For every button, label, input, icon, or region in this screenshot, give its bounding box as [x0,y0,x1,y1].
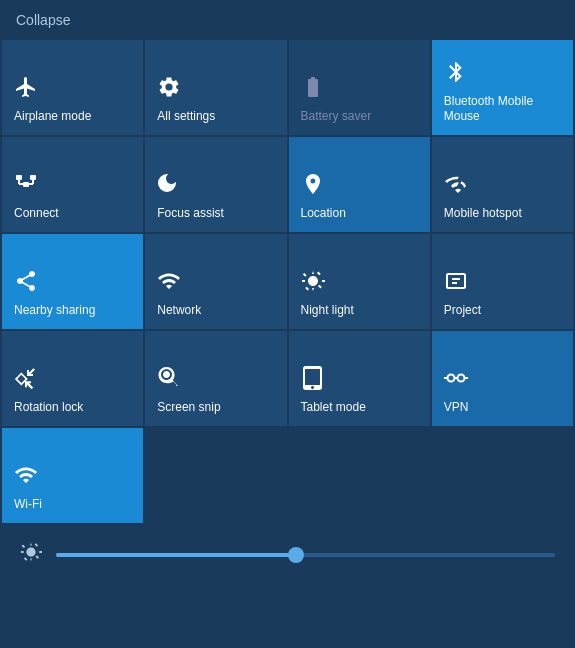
svg-rect-8 [452,282,457,284]
tile-network[interactable]: Network [145,234,286,329]
tile-bluetooth-mouse[interactable]: Bluetooth Mobile Mouse [432,40,573,135]
empty-tile-1 [145,428,286,523]
tile-focus-assist-label: Focus assist [157,206,224,222]
tile-airplane-mode[interactable]: Airplane mode [2,40,143,135]
tile-mobile-hotspot-label: Mobile hotspot [444,206,522,222]
tile-battery-saver[interactable]: Battery saver [289,40,430,135]
tablet-icon [301,366,325,394]
tile-tablet-mode[interactable]: Tablet mode [289,331,430,426]
snip-icon [157,366,181,394]
settings-icon [157,75,181,103]
network-icon [157,269,181,297]
tile-vpn-label: VPN [444,400,469,416]
tiles-grid: Airplane mode All settings Battery saver… [0,40,575,523]
tile-wifi-label: Wi-Fi [14,497,42,513]
tile-project[interactable]: Project [432,234,573,329]
tile-screen-snip[interactable]: Screen snip [145,331,286,426]
tile-bluetooth-mouse-label: Bluetooth Mobile Mouse [444,94,563,125]
moon-icon [157,172,181,200]
collapse-button[interactable]: Collapse [0,0,86,40]
tile-rotation-lock[interactable]: Rotation lock [2,331,143,426]
tile-all-settings[interactable]: All settings [145,40,286,135]
location-icon [301,172,325,200]
tile-connect[interactable]: Connect [2,137,143,232]
airplane-icon [14,75,38,103]
tile-wifi[interactable]: Wi-Fi [2,428,143,523]
connect-icon [14,172,38,200]
tile-connect-label: Connect [14,206,59,222]
tile-battery-saver-label: Battery saver [301,109,372,125]
battery-icon [301,75,325,103]
wifi-icon [14,463,38,491]
svg-rect-0 [16,175,22,180]
tile-mobile-hotspot[interactable]: Mobile hotspot [432,137,573,232]
empty-tile-3 [432,428,573,523]
brightness-icon [20,541,42,568]
tile-screen-snip-label: Screen snip [157,400,220,416]
tile-airplane-mode-label: Airplane mode [14,109,91,125]
tile-night-light-label: Night light [301,303,354,319]
quick-actions-panel: Collapse Airplane mode All settings Batt… [0,0,575,588]
svg-point-10 [457,375,464,382]
brightness-slider[interactable] [56,553,555,557]
vpn-icon [444,366,468,394]
nearby-icon [14,269,38,297]
tile-tablet-mode-label: Tablet mode [301,400,366,416]
svg-rect-1 [30,175,36,180]
hotspot-icon [444,172,468,200]
svg-rect-7 [452,278,460,280]
bluetooth-icon [444,60,468,88]
nightlight-icon [301,269,325,297]
tile-night-light[interactable]: Night light [289,234,430,329]
svg-point-9 [447,375,454,382]
tile-location-label: Location [301,206,346,222]
rotation-icon [14,366,38,394]
tile-nearby-sharing-label: Nearby sharing [14,303,95,319]
tile-nearby-sharing[interactable]: Nearby sharing [2,234,143,329]
tile-vpn[interactable]: VPN [432,331,573,426]
tile-rotation-lock-label: Rotation lock [14,400,83,416]
tile-network-label: Network [157,303,201,319]
tile-location[interactable]: Location [289,137,430,232]
tile-project-label: Project [444,303,481,319]
tile-all-settings-label: All settings [157,109,215,125]
project-icon [444,269,468,297]
brightness-bar [0,523,575,588]
brightness-thumb[interactable] [288,547,304,563]
tile-focus-assist[interactable]: Focus assist [145,137,286,232]
empty-tile-2 [289,428,430,523]
brightness-fill [56,553,296,557]
